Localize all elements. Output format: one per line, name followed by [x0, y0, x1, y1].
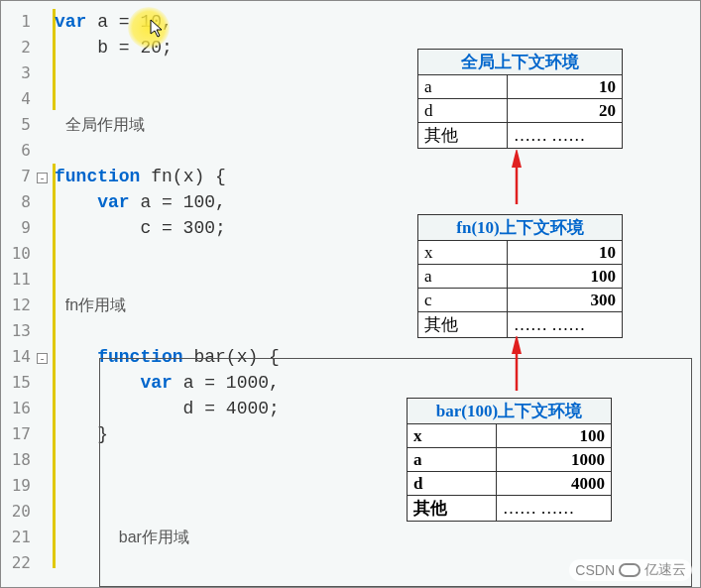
line-number: 17 [1, 421, 31, 447]
context-key: 其他 [418, 123, 508, 149]
line-number: 19 [1, 473, 31, 499]
context-value: 4000 [497, 472, 612, 496]
context-value: 300 [508, 289, 623, 312]
context-value: …… …… [508, 312, 623, 338]
fold-toggle[interactable]: - [37, 353, 48, 364]
line-number-gutter: 12345678910111213141516171819202122 [1, 1, 37, 587]
line-number: 8 [1, 189, 31, 215]
context-table-title: bar(100)上下文环境 [408, 399, 612, 424]
context-key: x [408, 424, 497, 448]
fold-toggle[interactable]: - [37, 173, 48, 183]
line-number: 10 [1, 241, 31, 267]
context-table-title: 全局上下文环境 [418, 50, 623, 75]
context-key: 其他 [408, 496, 497, 522]
fn-context-table: fn(10)上下文环境x10a100c300其他…… …… [417, 214, 623, 338]
context-value: 10 [508, 241, 623, 265]
context-key: a [408, 448, 497, 472]
watermark-brand-label: 亿速云 [644, 561, 686, 579]
line-number: 22 [1, 550, 31, 576]
context-value: 20 [508, 99, 623, 123]
cloud-icon [619, 563, 641, 577]
line-number: 13 [1, 318, 31, 344]
line-number: 18 [1, 447, 31, 473]
line-number: 7 [1, 164, 31, 189]
context-value: 100 [508, 265, 623, 289]
context-table-title: fn(10)上下文环境 [418, 215, 623, 241]
line-number: 21 [1, 525, 31, 550]
line-number: 2 [1, 35, 31, 60]
code-line: var a = 100, [55, 189, 700, 215]
context-key: d [418, 99, 508, 123]
context-value: 1000 [497, 448, 612, 472]
context-key: d [408, 472, 497, 496]
line-number: 5 [1, 112, 31, 138]
code-line: function fn(x) { [55, 164, 700, 189]
line-number: 14 [1, 344, 31, 370]
line-number: 16 [1, 396, 31, 421]
context-value: …… …… [497, 496, 612, 522]
line-number: 9 [1, 215, 31, 241]
bar-context-table: bar(100)上下文环境x100a1000d4000其他…… …… [407, 398, 612, 522]
mouse-cursor-icon [150, 19, 166, 44]
line-number: 1 [1, 9, 31, 35]
context-key: 其他 [418, 312, 508, 338]
line-number: 6 [1, 138, 31, 164]
line-number: 4 [1, 86, 31, 112]
context-key: x [418, 241, 508, 265]
context-key: a [418, 75, 508, 99]
line-number: 3 [1, 60, 31, 86]
context-value: 100 [497, 424, 612, 448]
context-key: c [418, 289, 508, 312]
global-context-table: 全局上下文环境a10d20其他…… …… [417, 49, 623, 149]
watermark-csdn-label: CSDN [575, 562, 615, 578]
context-value: …… …… [508, 123, 623, 149]
context-key: a [418, 265, 508, 289]
line-number: 20 [1, 499, 31, 525]
line-number: 15 [1, 370, 31, 396]
fold-gutter: -- [37, 1, 55, 587]
line-number: 12 [1, 293, 31, 318]
line-number: 11 [1, 267, 31, 293]
watermark: CSDN 亿速云 [569, 559, 692, 581]
context-value: 10 [508, 75, 623, 99]
